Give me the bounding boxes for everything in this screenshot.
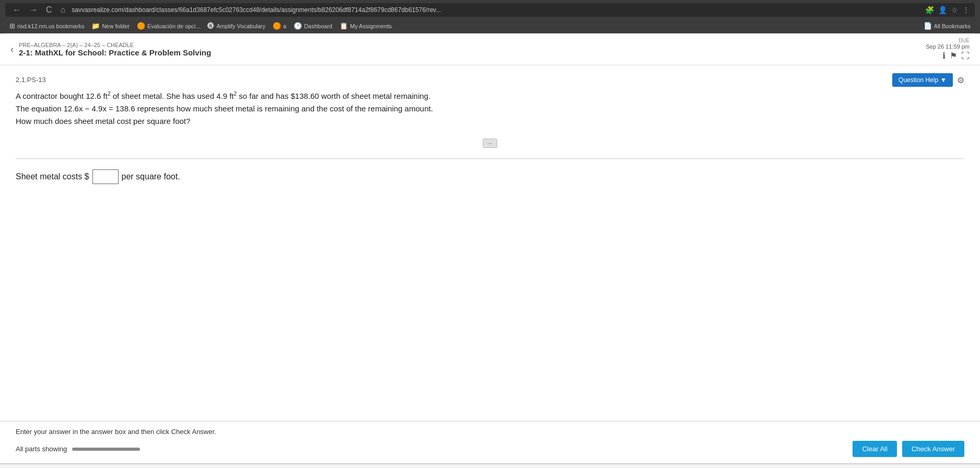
due-section: DUE Sep 26 11:59 pm ℹ ⚑ ⛶ (926, 38, 970, 61)
parts-progress-bar (72, 448, 140, 451)
menu-icon[interactable]: ⋮ (962, 6, 970, 14)
check-answer-button[interactable]: Check Answer (902, 441, 964, 457)
problem-text-part2: of sheet metal. She has used 4.9 ft (111, 92, 234, 100)
dashboard-icon: 🕐 (294, 22, 302, 30)
question-help-label: Question Help (899, 76, 938, 84)
bookmark-evaluacion-label: Evaluación de opci... (147, 23, 201, 29)
back-nav-arrow[interactable]: ‹ (10, 44, 14, 55)
nav-refresh[interactable]: C (44, 5, 54, 15)
bookmark-risd-label: risd.k12.nm.us bookmarks (17, 23, 84, 29)
main-wrapper: ‹ PRE–ALGEBRA – 2(A) – 24–25 – CHEADLE 2… (0, 33, 980, 468)
page-title: 2-1: MathXL for School: Practice & Probl… (19, 48, 211, 57)
collapse-handle-area: ··· (16, 138, 964, 148)
bookmark-amplify[interactable]: 🅐 Amplify Vocabulary (207, 22, 265, 30)
amplify-icon: 🅐 (207, 22, 214, 30)
top-nav: ‹ PRE–ALGEBRA – 2(A) – 24–25 – CHEADLE 2… (0, 33, 980, 65)
browser-chrome: ← → C ⌂ savvasrealize.com/dashboard/clas… (0, 0, 980, 33)
breadcrumb: PRE–ALGEBRA – 2(A) – 24–25 – CHEADLE (19, 42, 211, 48)
bookmark-assignments-label: My Assignments (350, 23, 392, 29)
problem-text-line3: How much does sheet metal cost per squar… (16, 117, 190, 125)
folder-icon: 📁 (91, 22, 100, 30)
answer-suffix: per square foot. (122, 172, 180, 181)
problem-text: A contractor bought 12.6 ft2 of sheet me… (16, 90, 590, 128)
answer-input[interactable] (92, 169, 119, 184)
browser-icon-group: 🧩 👤 ☆ ⋮ (925, 6, 970, 14)
answer-row: Sheet metal costs $ per square foot. (16, 169, 964, 184)
breadcrumb-and-title: PRE–ALGEBRA – 2(A) – 24–25 – CHEADLE 2-1… (19, 42, 211, 57)
bookmark-evaluacion[interactable]: 🟠 Evaluación de opci... (137, 22, 201, 30)
clear-all-button[interactable]: Clear All (853, 441, 896, 457)
problem-text-line2: The equation 12.6x − 4.9x = 138.6 repres… (16, 104, 433, 113)
settings-gear-icon[interactable]: ⚙ (957, 75, 964, 85)
bookmark-new-folder[interactable]: 📁 New folder (91, 22, 130, 30)
question-number: 2.1.PS-13 (16, 76, 964, 84)
question-help-arrow: ▼ (940, 76, 947, 84)
evaluacion-icon: 🟠 (137, 22, 145, 30)
bookmark-amplify-label: Amplify Vocabulary (216, 23, 265, 29)
all-bookmarks-icon: 📄 (924, 22, 932, 30)
a-icon: 🟠 (273, 22, 281, 30)
all-parts-label: All parts showing (16, 445, 67, 453)
bookmark-grid-icon: ⊞ (9, 22, 15, 30)
bookmark-all-bookmarks[interactable]: 📄 All Bookmarks (924, 22, 971, 30)
star-icon[interactable]: ☆ (951, 6, 958, 14)
question-help-button[interactable]: Question Help ▼ (892, 73, 953, 87)
all-parts-section: All parts showing (16, 445, 140, 453)
action-buttons-group: Clear All Check Answer (853, 441, 964, 457)
bookmark-a-label: a (283, 23, 286, 29)
bookmark-all-label: All Bookmarks (934, 23, 971, 29)
address-bar: ← → C ⌂ savvasrealize.com/dashboard/clas… (5, 3, 975, 17)
expand-icon[interactable]: ⛶ (961, 51, 970, 61)
due-label: DUE (926, 38, 970, 43)
flag-icon[interactable]: ⚑ (950, 51, 957, 61)
instruction-text: Enter your answer in the answer box and … (16, 428, 964, 436)
footer-nav: Review Progress Question 5 of 7 ◄ Back N… (0, 463, 980, 468)
question-area: 2.1.PS-13 Question Help ▼ ⚙ A contractor… (0, 65, 980, 421)
question-help-row: Question Help ▼ ⚙ (892, 73, 964, 87)
section-divider (16, 158, 964, 159)
nav-back[interactable]: ← (10, 5, 23, 15)
extensions-icon[interactable]: 🧩 (925, 6, 934, 14)
bookmark-dashboard-label: Dashboard (304, 23, 332, 29)
instruction-bar: Enter your answer in the answer box and … (0, 421, 980, 463)
address-text[interactable]: savvasrealize.com/dashboard/classes/66a1… (72, 6, 921, 14)
problem-text-part3: so far and has $138.60 worth of sheet me… (237, 92, 430, 100)
nav-home[interactable]: ⌂ (59, 5, 68, 15)
nav-forward[interactable]: → (27, 5, 40, 15)
assignments-icon: 📋 (340, 22, 348, 30)
profile-icon[interactable]: 👤 (938, 6, 947, 14)
breadcrumb-section: ‹ PRE–ALGEBRA – 2(A) – 24–25 – CHEADLE 2… (10, 42, 211, 57)
bookmark-a[interactable]: 🟠 a (273, 22, 286, 30)
answer-prefix: Sheet metal costs $ (16, 172, 89, 181)
collapse-button[interactable]: ··· (483, 139, 497, 148)
due-date: Sep 26 11:59 pm (926, 43, 970, 50)
bookmark-folder-label: New folder (102, 23, 130, 29)
due-icons-group: ℹ ⚑ ⛶ (926, 51, 970, 61)
problem-text-part1: A contractor bought 12.6 ft (16, 92, 108, 100)
bookmark-dashboard[interactable]: 🕐 Dashboard (294, 22, 332, 30)
bookmarks-bar: ⊞ risd.k12.nm.us bookmarks 📁 New folder … (5, 20, 975, 33)
bookmark-my-assignments[interactable]: 📋 My Assignments (340, 22, 392, 30)
instruction-actions: All parts showing Clear All Check Answer (16, 441, 964, 457)
bookmark-risd[interactable]: ⊞ risd.k12.nm.us bookmarks (9, 22, 84, 30)
info-icon[interactable]: ℹ (942, 51, 946, 61)
